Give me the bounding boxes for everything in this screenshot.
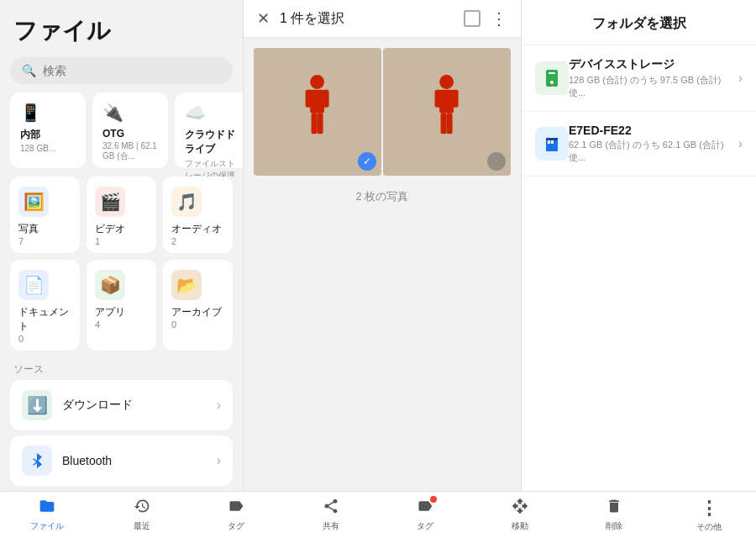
apps-icon: 📦	[95, 270, 125, 300]
svg-rect-13	[549, 72, 555, 74]
nav-delete[interactable]: 削除	[567, 494, 662, 535]
archive-count: 0	[171, 319, 176, 330]
e7ed-chevron: ›	[738, 136, 743, 151]
audio-count: 2	[171, 236, 176, 246]
device-storage-icon	[535, 61, 569, 95]
otg-icon: 🔌	[102, 103, 158, 123]
more-label: その他	[696, 521, 722, 533]
internal-sub: 128 GB...	[20, 144, 76, 153]
cat-photos[interactable]: 🖼️ 写真 7	[10, 177, 80, 253]
tag-icon	[228, 498, 244, 519]
source-download[interactable]: ⬇️ ダウンロード ›	[10, 380, 233, 430]
search-input[interactable]	[43, 64, 221, 77]
svg-rect-8	[435, 90, 442, 108]
recent-label: 最近	[134, 520, 150, 532]
selection-more-button[interactable]: ⋮	[491, 8, 507, 29]
middle-panel: ✕ 1 件を選択 ⋮ ✓	[244, 0, 521, 491]
storage-card-otg[interactable]: 🔌 OTG 32.6 MB | 62.1 GB (合...	[92, 92, 168, 168]
video-name: ビデオ	[95, 222, 125, 236]
right-panel: フォルダを選択 デバイスストレージ 128 GB (合計) のうち 97.5 G…	[521, 0, 756, 491]
figurine-2	[408, 73, 485, 150]
nav-share[interactable]: 共有	[284, 494, 379, 535]
folder-select-title: フォルダを選択	[522, 0, 756, 45]
e7ed-name: E7ED-FE22	[569, 124, 738, 137]
folder-e7ed[interactable]: E7ED-FE22 62.1 GB (合計) のうち 62.1 GB (合計) …	[522, 112, 756, 177]
share-label: 共有	[323, 520, 339, 532]
video-icon: 🎬	[95, 187, 125, 217]
share-icon	[323, 498, 339, 519]
photos-count: 7	[18, 236, 24, 246]
nav-files[interactable]: ファイル	[0, 494, 95, 535]
delete-label: 削除	[606, 520, 622, 532]
download-label: ダウンロード	[62, 398, 217, 413]
apps-name: アプリ	[95, 305, 125, 319]
archive-name: アーカイブ	[171, 305, 222, 319]
files-icon	[39, 498, 55, 519]
cat-video[interactable]: 🎬 ビデオ 1	[87, 177, 156, 253]
device-storage-sub: 128 GB (合計) のうち 97.5 GB (合計) 使...	[569, 74, 738, 99]
svg-rect-9	[452, 90, 459, 108]
nav-tag2[interactable]: タグ	[378, 494, 473, 535]
selection-bar: ✕ 1 件を選択 ⋮	[244, 0, 521, 38]
storage-card-cloud[interactable]: ☁️ クラウドドライブ ファイルストレージの保護	[175, 92, 243, 168]
delete-icon	[606, 498, 622, 519]
source-bluetooth[interactable]: Bluetooth ›	[10, 435, 233, 486]
internal-icon: 📱	[20, 103, 76, 123]
device-storage-info: デバイスストレージ 128 GB (合計) のうち 97.5 GB (合計) 使…	[569, 57, 738, 99]
docs-icon: 📄	[18, 270, 49, 300]
audio-icon: 🎵	[171, 187, 202, 217]
tag2-icon	[417, 498, 433, 519]
storage-cards: 📱 内部 128 GB... 🔌 OTG 32.6 MB | 62.1 GB (…	[0, 92, 243, 177]
selection-close-button[interactable]: ✕	[257, 9, 270, 28]
cat-audio[interactable]: 🎵 オーディオ 2	[163, 177, 233, 253]
cloud-title: クラウドドライブ	[185, 128, 240, 156]
docs-name: ドキュメント	[18, 305, 71, 334]
nav-recent[interactable]: 最近	[95, 494, 190, 535]
download-chevron: ›	[217, 398, 221, 413]
device-storage-chevron: ›	[738, 71, 743, 86]
svg-rect-2	[306, 90, 312, 108]
cat-docs[interactable]: 📄 ドキュメント 0	[10, 260, 80, 351]
nav-more[interactable]: ⋮ その他	[662, 494, 757, 536]
source-list: ⬇️ ダウンロード › Bluetooth ›	[0, 380, 243, 491]
apps-count: 4	[95, 319, 100, 330]
bluetooth-label: Bluetooth	[62, 454, 217, 467]
photo-grid: ✓	[244, 38, 521, 186]
svg-rect-11	[447, 113, 453, 134]
selected-badge-1: ✓	[358, 152, 376, 171]
storage-card-internal[interactable]: 📱 内部 128 GB...	[10, 92, 86, 168]
svg-rect-10	[441, 113, 447, 134]
cloud-icon: ☁️	[185, 103, 240, 123]
nav-move[interactable]: 移動	[473, 494, 568, 535]
move-label: 移動	[512, 520, 528, 532]
e7ed-info: E7ED-FE22 62.1 GB (合計) のうち 62.1 GB (合計) …	[569, 124, 738, 164]
svg-rect-5	[318, 113, 323, 134]
download-icon: ⬇️	[22, 390, 52, 420]
unselected-badge-2	[487, 152, 506, 171]
cat-apps[interactable]: 📦 アプリ 4	[87, 260, 156, 351]
otg-sub: 32.6 MB | 62.1 GB (合...	[102, 141, 158, 162]
search-bar[interactable]: 🔍	[10, 57, 233, 84]
svg-rect-18	[546, 138, 558, 140]
bottom-nav: ファイル 最近 タグ 共有 タグ	[0, 491, 756, 538]
photos-icon: 🖼️	[18, 187, 49, 217]
files-label: ファイル	[30, 520, 64, 532]
video-count: 1	[95, 236, 100, 246]
move-icon	[512, 498, 528, 519]
source-section-label: ソース	[0, 359, 243, 380]
e7ed-sub: 62.1 GB (合計) のうち 62.1 GB (合計) 使...	[569, 139, 738, 164]
svg-rect-4	[312, 113, 318, 134]
photo-thumb-2[interactable]	[383, 48, 511, 176]
recent-icon	[134, 498, 150, 519]
cat-archive[interactable]: 📂 アーカイブ 0	[163, 260, 233, 351]
otg-title: OTG	[102, 128, 158, 140]
folder-device-storage[interactable]: デバイスストレージ 128 GB (合計) のうち 97.5 GB (合計) 使…	[522, 45, 756, 112]
photo-thumb-1[interactable]: ✓	[254, 48, 381, 176]
photos-name: 写真	[18, 222, 39, 236]
tag2-label: タグ	[417, 520, 433, 532]
internal-title: 内部	[20, 128, 76, 142]
category-grid: 🖼️ 写真 7 🎬 ビデオ 1 🎵 オーディオ 2 📄 ドキュメント 0 📦	[0, 177, 243, 359]
select-all-checkbox[interactable]	[464, 10, 480, 27]
nav-tag[interactable]: タグ	[189, 494, 284, 535]
cloud-sub: ファイルストレージの保護	[185, 158, 240, 177]
